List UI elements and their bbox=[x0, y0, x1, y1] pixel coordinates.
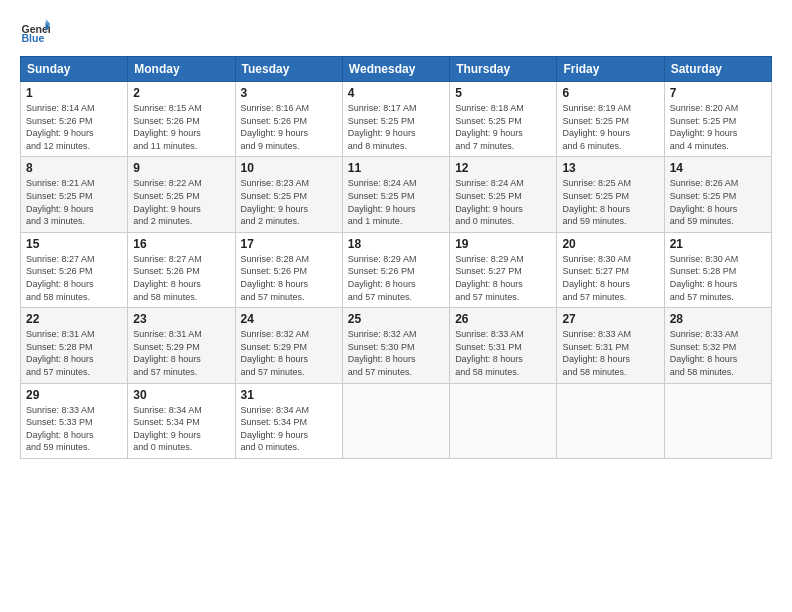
day-cell bbox=[450, 383, 557, 458]
day-cell: 10Sunrise: 8:23 AM Sunset: 5:25 PM Dayli… bbox=[235, 157, 342, 232]
day-number: 14 bbox=[670, 161, 766, 175]
day-number: 3 bbox=[241, 86, 337, 100]
day-cell: 11Sunrise: 8:24 AM Sunset: 5:25 PM Dayli… bbox=[342, 157, 449, 232]
day-number: 8 bbox=[26, 161, 122, 175]
day-info: Sunrise: 8:27 AM Sunset: 5:26 PM Dayligh… bbox=[26, 253, 122, 303]
day-number: 11 bbox=[348, 161, 444, 175]
day-info: Sunrise: 8:23 AM Sunset: 5:25 PM Dayligh… bbox=[241, 177, 337, 227]
calendar-table: SundayMondayTuesdayWednesdayThursdayFrid… bbox=[20, 56, 772, 459]
day-info: Sunrise: 8:22 AM Sunset: 5:25 PM Dayligh… bbox=[133, 177, 229, 227]
day-info: Sunrise: 8:20 AM Sunset: 5:25 PM Dayligh… bbox=[670, 102, 766, 152]
day-info: Sunrise: 8:34 AM Sunset: 5:34 PM Dayligh… bbox=[133, 404, 229, 454]
day-info: Sunrise: 8:33 AM Sunset: 5:31 PM Dayligh… bbox=[562, 328, 658, 378]
day-info: Sunrise: 8:14 AM Sunset: 5:26 PM Dayligh… bbox=[26, 102, 122, 152]
day-info: Sunrise: 8:33 AM Sunset: 5:31 PM Dayligh… bbox=[455, 328, 551, 378]
svg-text:Blue: Blue bbox=[22, 32, 45, 44]
day-number: 6 bbox=[562, 86, 658, 100]
day-number: 27 bbox=[562, 312, 658, 326]
day-number: 30 bbox=[133, 388, 229, 402]
calendar-header: SundayMondayTuesdayWednesdayThursdayFrid… bbox=[21, 57, 772, 82]
day-number: 10 bbox=[241, 161, 337, 175]
day-number: 16 bbox=[133, 237, 229, 251]
day-info: Sunrise: 8:21 AM Sunset: 5:25 PM Dayligh… bbox=[26, 177, 122, 227]
day-info: Sunrise: 8:29 AM Sunset: 5:26 PM Dayligh… bbox=[348, 253, 444, 303]
header-cell-thursday: Thursday bbox=[450, 57, 557, 82]
day-cell: 5Sunrise: 8:18 AM Sunset: 5:25 PM Daylig… bbox=[450, 82, 557, 157]
day-info: Sunrise: 8:27 AM Sunset: 5:26 PM Dayligh… bbox=[133, 253, 229, 303]
day-number: 21 bbox=[670, 237, 766, 251]
day-number: 9 bbox=[133, 161, 229, 175]
day-cell: 14Sunrise: 8:26 AM Sunset: 5:25 PM Dayli… bbox=[664, 157, 771, 232]
day-info: Sunrise: 8:18 AM Sunset: 5:25 PM Dayligh… bbox=[455, 102, 551, 152]
day-number: 28 bbox=[670, 312, 766, 326]
header-cell-monday: Monday bbox=[128, 57, 235, 82]
day-cell: 23Sunrise: 8:31 AM Sunset: 5:29 PM Dayli… bbox=[128, 308, 235, 383]
day-info: Sunrise: 8:24 AM Sunset: 5:25 PM Dayligh… bbox=[348, 177, 444, 227]
header-cell-friday: Friday bbox=[557, 57, 664, 82]
page: General Blue SundayMondayTuesdayWednesda… bbox=[0, 0, 792, 612]
day-cell: 30Sunrise: 8:34 AM Sunset: 5:34 PM Dayli… bbox=[128, 383, 235, 458]
day-cell: 3Sunrise: 8:16 AM Sunset: 5:26 PM Daylig… bbox=[235, 82, 342, 157]
day-cell: 17Sunrise: 8:28 AM Sunset: 5:26 PM Dayli… bbox=[235, 232, 342, 307]
day-info: Sunrise: 8:19 AM Sunset: 5:25 PM Dayligh… bbox=[562, 102, 658, 152]
day-cell: 2Sunrise: 8:15 AM Sunset: 5:26 PM Daylig… bbox=[128, 82, 235, 157]
day-info: Sunrise: 8:28 AM Sunset: 5:26 PM Dayligh… bbox=[241, 253, 337, 303]
day-info: Sunrise: 8:32 AM Sunset: 5:30 PM Dayligh… bbox=[348, 328, 444, 378]
day-number: 20 bbox=[562, 237, 658, 251]
header-cell-sunday: Sunday bbox=[21, 57, 128, 82]
logo: General Blue bbox=[20, 16, 54, 46]
day-cell: 31Sunrise: 8:34 AM Sunset: 5:34 PM Dayli… bbox=[235, 383, 342, 458]
week-row-5: 29Sunrise: 8:33 AM Sunset: 5:33 PM Dayli… bbox=[21, 383, 772, 458]
day-cell: 29Sunrise: 8:33 AM Sunset: 5:33 PM Dayli… bbox=[21, 383, 128, 458]
day-cell bbox=[342, 383, 449, 458]
day-info: Sunrise: 8:30 AM Sunset: 5:27 PM Dayligh… bbox=[562, 253, 658, 303]
day-info: Sunrise: 8:34 AM Sunset: 5:34 PM Dayligh… bbox=[241, 404, 337, 454]
day-cell: 15Sunrise: 8:27 AM Sunset: 5:26 PM Dayli… bbox=[21, 232, 128, 307]
day-number: 7 bbox=[670, 86, 766, 100]
week-row-4: 22Sunrise: 8:31 AM Sunset: 5:28 PM Dayli… bbox=[21, 308, 772, 383]
header-row: SundayMondayTuesdayWednesdayThursdayFrid… bbox=[21, 57, 772, 82]
week-row-1: 1Sunrise: 8:14 AM Sunset: 5:26 PM Daylig… bbox=[21, 82, 772, 157]
day-info: Sunrise: 8:26 AM Sunset: 5:25 PM Dayligh… bbox=[670, 177, 766, 227]
day-number: 13 bbox=[562, 161, 658, 175]
day-number: 1 bbox=[26, 86, 122, 100]
week-row-3: 15Sunrise: 8:27 AM Sunset: 5:26 PM Dayli… bbox=[21, 232, 772, 307]
day-info: Sunrise: 8:31 AM Sunset: 5:29 PM Dayligh… bbox=[133, 328, 229, 378]
day-number: 31 bbox=[241, 388, 337, 402]
day-cell: 22Sunrise: 8:31 AM Sunset: 5:28 PM Dayli… bbox=[21, 308, 128, 383]
week-row-2: 8Sunrise: 8:21 AM Sunset: 5:25 PM Daylig… bbox=[21, 157, 772, 232]
day-info: Sunrise: 8:15 AM Sunset: 5:26 PM Dayligh… bbox=[133, 102, 229, 152]
day-number: 26 bbox=[455, 312, 551, 326]
calendar-body: 1Sunrise: 8:14 AM Sunset: 5:26 PM Daylig… bbox=[21, 82, 772, 459]
day-cell: 1Sunrise: 8:14 AM Sunset: 5:26 PM Daylig… bbox=[21, 82, 128, 157]
header-cell-wednesday: Wednesday bbox=[342, 57, 449, 82]
day-cell: 6Sunrise: 8:19 AM Sunset: 5:25 PM Daylig… bbox=[557, 82, 664, 157]
day-number: 5 bbox=[455, 86, 551, 100]
day-cell bbox=[557, 383, 664, 458]
day-number: 17 bbox=[241, 237, 337, 251]
day-info: Sunrise: 8:25 AM Sunset: 5:25 PM Dayligh… bbox=[562, 177, 658, 227]
day-cell: 21Sunrise: 8:30 AM Sunset: 5:28 PM Dayli… bbox=[664, 232, 771, 307]
header-cell-saturday: Saturday bbox=[664, 57, 771, 82]
day-cell: 8Sunrise: 8:21 AM Sunset: 5:25 PM Daylig… bbox=[21, 157, 128, 232]
day-cell: 16Sunrise: 8:27 AM Sunset: 5:26 PM Dayli… bbox=[128, 232, 235, 307]
day-number: 15 bbox=[26, 237, 122, 251]
day-cell: 20Sunrise: 8:30 AM Sunset: 5:27 PM Dayli… bbox=[557, 232, 664, 307]
day-info: Sunrise: 8:32 AM Sunset: 5:29 PM Dayligh… bbox=[241, 328, 337, 378]
day-number: 24 bbox=[241, 312, 337, 326]
day-cell: 25Sunrise: 8:32 AM Sunset: 5:30 PM Dayli… bbox=[342, 308, 449, 383]
day-info: Sunrise: 8:29 AM Sunset: 5:27 PM Dayligh… bbox=[455, 253, 551, 303]
day-number: 4 bbox=[348, 86, 444, 100]
header: General Blue bbox=[20, 16, 772, 46]
day-cell: 27Sunrise: 8:33 AM Sunset: 5:31 PM Dayli… bbox=[557, 308, 664, 383]
day-info: Sunrise: 8:31 AM Sunset: 5:28 PM Dayligh… bbox=[26, 328, 122, 378]
logo-icon: General Blue bbox=[20, 16, 50, 46]
day-number: 18 bbox=[348, 237, 444, 251]
day-number: 23 bbox=[133, 312, 229, 326]
day-info: Sunrise: 8:33 AM Sunset: 5:32 PM Dayligh… bbox=[670, 328, 766, 378]
day-number: 19 bbox=[455, 237, 551, 251]
day-number: 25 bbox=[348, 312, 444, 326]
day-cell: 26Sunrise: 8:33 AM Sunset: 5:31 PM Dayli… bbox=[450, 308, 557, 383]
day-info: Sunrise: 8:30 AM Sunset: 5:28 PM Dayligh… bbox=[670, 253, 766, 303]
day-number: 12 bbox=[455, 161, 551, 175]
